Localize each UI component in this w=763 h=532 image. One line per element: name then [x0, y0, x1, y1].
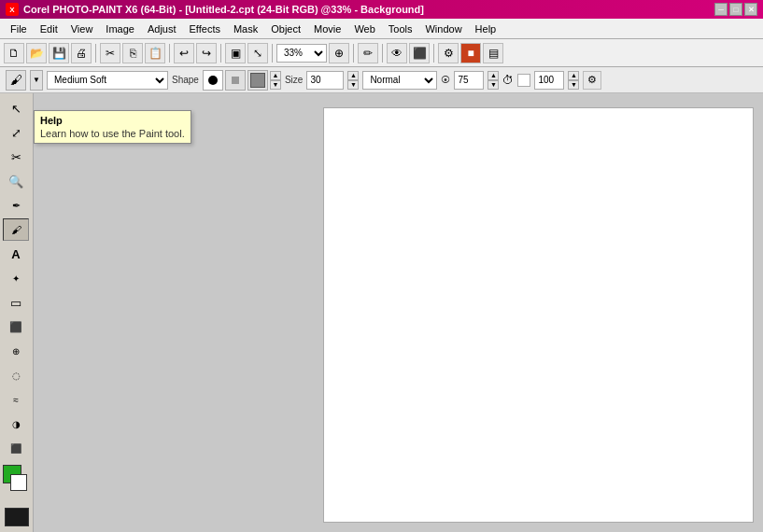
brush-settings-button[interactable]: ⚙	[583, 71, 601, 90]
pointer-tool[interactable]: ↖	[3, 97, 29, 119]
shape-spin-down[interactable]: ▼	[270, 80, 281, 90]
maximize-button[interactable]: □	[729, 3, 742, 16]
brush-type-icon: 🖌	[6, 70, 26, 91]
zoom-dropdown[interactable]: 33% 50% 100%	[276, 44, 327, 63]
opacity-spin-down[interactable]: ▼	[487, 80, 499, 90]
toolbar: 🗋 📂 💾 🖨 ✂ ⎘ 📋 ↩ ↪ ▣ ⤡ 33% 50% 100% ⊕ ✏ 👁…	[0, 39, 763, 67]
preview-button[interactable]: 👁	[387, 43, 407, 63]
fill-spin-up[interactable]: ▲	[568, 71, 579, 80]
canvas-area	[34, 93, 763, 532]
menu-bar: File Edit View Image Adjust Effects Mask…	[0, 19, 763, 39]
shape-spin-up[interactable]: ▲	[270, 71, 281, 80]
menu-file[interactable]: File	[4, 21, 34, 36]
minimize-button[interactable]: ─	[714, 3, 728, 16]
fill-spin-down[interactable]: ▼	[568, 80, 579, 90]
menu-view[interactable]: View	[64, 21, 100, 36]
shape-label: Shape	[172, 75, 199, 85]
menu-edit[interactable]: Edit	[34, 21, 64, 36]
canvas[interactable]	[323, 107, 754, 523]
shape-tool[interactable]: ▭	[3, 291, 29, 314]
copy-button[interactable]: ⎘	[122, 43, 143, 63]
export-button[interactable]: ⬛	[409, 43, 430, 63]
redo-button[interactable]: ↪	[196, 43, 217, 63]
undo-button[interactable]: ↩	[174, 43, 194, 63]
tooltip-title: Help	[40, 115, 185, 126]
main-area: ↖ ⤢ ✂ 🔍 ✒ 🖌 A ✦ ▭ ⬛ ⊕ ◌ ≈ ◑ ⬛ Help Learn…	[0, 93, 763, 532]
opacity-input[interactable]	[454, 71, 484, 90]
props-bar: 🖌 ▼ Medium Soft Shape ▲ ▼ Size ▲ ▼ Norma…	[0, 67, 763, 93]
effect-tool[interactable]: ✦	[3, 267, 29, 289]
size-spin-down[interactable]: ▼	[347, 80, 359, 90]
zoom-fit-button[interactable]: ⊕	[329, 43, 349, 63]
menu-tools[interactable]: Tools	[382, 21, 419, 36]
menu-adjust[interactable]: Adjust	[141, 21, 183, 36]
fill-input[interactable]	[534, 71, 564, 90]
brush-dropdown-arrow[interactable]: ▼	[30, 70, 43, 91]
menu-window[interactable]: Window	[418, 21, 468, 36]
app-icon: X	[6, 3, 19, 16]
menu-web[interactable]: Web	[347, 21, 381, 36]
zoom-tool[interactable]: 🔍	[3, 170, 29, 192]
open-button[interactable]: 📂	[26, 43, 47, 63]
menu-image[interactable]: Image	[99, 21, 141, 36]
crop-tool[interactable]: ✂	[3, 146, 29, 168]
touch-up-tool[interactable]: ◌	[3, 364, 29, 386]
smear-tool[interactable]: ≈	[3, 388, 29, 411]
transform-button[interactable]: ⤡	[247, 43, 268, 63]
tooltip-body: Learn how to use the Paint tool.	[40, 128, 185, 139]
shape-dot-button[interactable]	[203, 70, 223, 91]
tooltip: Help Learn how to use the Paint tool.	[34, 110, 191, 144]
transform-tool[interactable]: ⤢	[3, 121, 29, 144]
print-button[interactable]: 🖨	[71, 43, 92, 63]
settings-button[interactable]: ⚙	[438, 43, 459, 63]
menu-movie[interactable]: Movie	[307, 21, 347, 36]
new-button[interactable]: 🗋	[4, 43, 24, 63]
timer-icon: ⏱	[502, 74, 514, 87]
close-button[interactable]: ✕	[744, 3, 757, 16]
extra-button[interactable]: ▤	[483, 43, 503, 63]
fill-tool[interactable]: ⬛	[3, 315, 29, 338]
shape-square-button[interactable]	[225, 70, 246, 91]
size-label: Size	[285, 75, 303, 85]
cut-button[interactable]: ✂	[100, 43, 120, 63]
menu-object[interactable]: Object	[264, 21, 307, 36]
clone-tool[interactable]: ⊕	[3, 340, 29, 362]
menu-mask[interactable]: Mask	[227, 21, 264, 36]
paste-button[interactable]: 📋	[145, 43, 165, 63]
title-bar: X Corel PHOTO-PAINT X6 (64-Bit) - [Untit…	[0, 0, 763, 19]
select-button[interactable]: ▣	[225, 43, 246, 63]
color-button[interactable]: ■	[460, 43, 481, 63]
window-title: Corel PHOTO-PAINT X6 (64-Bit) - [Untitle…	[23, 4, 714, 15]
size-input[interactable]	[306, 71, 344, 90]
opacity-icon: ⦿	[441, 75, 450, 85]
eyedropper-button[interactable]: ✏	[358, 43, 378, 63]
menu-effects[interactable]: Effects	[183, 21, 227, 36]
color-swatches	[3, 465, 29, 502]
left-toolbar: ↖ ⤢ ✂ 🔍 ✒ 🖌 A ✦ ▭ ⬛ ⊕ ◌ ≈ ◑ ⬛	[0, 93, 34, 532]
shape-color-button[interactable]	[247, 70, 268, 91]
eyedropper-tool[interactable]: ✒	[3, 194, 29, 217]
fill-checkbox[interactable]	[517, 74, 530, 87]
color-replace-tool[interactable]: ⬛	[3, 437, 29, 459]
size-spin-up[interactable]: ▲	[347, 71, 359, 80]
menu-help[interactable]: Help	[469, 21, 503, 36]
paint-tool[interactable]: 🖌	[3, 218, 29, 241]
text-tool[interactable]: A	[3, 243, 29, 265]
dodge-burn-tool[interactable]: ◑	[3, 413, 29, 435]
brush-name-dropdown[interactable]: Medium Soft	[47, 71, 168, 90]
save-button[interactable]: 💾	[49, 43, 69, 63]
mask-overlay[interactable]	[5, 508, 29, 526]
blend-mode-dropdown[interactable]: Normal Multiply Screen	[362, 71, 437, 90]
window-controls[interactable]: ─ □ ✕	[714, 3, 757, 16]
opacity-spin-up[interactable]: ▲	[487, 71, 499, 80]
background-color[interactable]	[10, 474, 27, 491]
